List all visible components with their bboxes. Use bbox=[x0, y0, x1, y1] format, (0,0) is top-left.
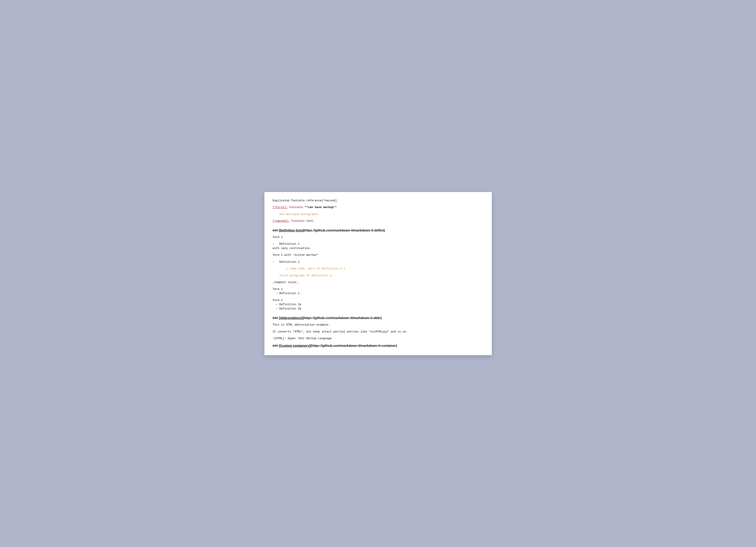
footnote-first-markup: **can have markup** bbox=[305, 206, 337, 209]
deflist-code: { some code, part of Definition 2 } bbox=[273, 266, 484, 271]
deflist-para3: Third paragraph of definition 2. bbox=[273, 274, 484, 278]
heading-container-link[interactable]: Custom containers bbox=[280, 344, 309, 348]
footnote-first-label: [^first]: bbox=[273, 206, 288, 209]
heading-abbr-link[interactable]: Abbreviations bbox=[280, 316, 302, 320]
heading-abbr: ### [Abbreviations](https://github.com/m… bbox=[273, 316, 484, 320]
footnote-first-keyword: Footnote bbox=[288, 206, 305, 209]
heading-deflist: ### [Definition lists](https://github.co… bbox=[273, 228, 484, 232]
abbr-line2: It converts "HTML", but keep intact part… bbox=[273, 330, 484, 334]
deflist-term2-inline: *inline markup* bbox=[293, 253, 318, 256]
footnote-second-def: [^second]: Footnote text. bbox=[273, 219, 484, 223]
heading-container: ### [Custom containers](https://github.c… bbox=[273, 343, 484, 348]
deflist-compact-label: _Compact style:_ bbox=[273, 280, 484, 285]
deflist-term2: Term 2 with *inline markup* bbox=[273, 253, 484, 257]
footnote-second-label: [^second]: bbox=[273, 219, 290, 222]
deflist-compact-def1: ~ Definition 1 bbox=[273, 291, 484, 296]
heading-deflist-link[interactable]: Definition lists bbox=[280, 228, 302, 232]
deflist-compact-def2a: ~ Definition 2a bbox=[273, 302, 484, 307]
deflist-def2: : Definition 2 bbox=[273, 260, 484, 264]
deflist-compact-term2: Term 2 bbox=[273, 298, 484, 303]
deflist-term1: Term 1 bbox=[273, 235, 484, 239]
deflist-compact-def2b: ~ Definition 2b bbox=[273, 307, 484, 311]
deflist-def1b: with lazy continuation. bbox=[273, 246, 484, 250]
document-page: Duplicated footnote reference[^second]. … bbox=[264, 192, 492, 355]
deflist-compact-term1: Term 1 bbox=[273, 287, 484, 292]
footnote-first-para2: and multiple paragraphs. bbox=[273, 212, 484, 216]
footnote-second-keyword: Footnote bbox=[290, 219, 305, 222]
footnote-dup-ref: Duplicated footnote reference[^second]. bbox=[273, 198, 484, 203]
abbr-line3: *[HTML]: Hyper Text Markup Language bbox=[273, 336, 484, 341]
footnote-first-def: [^first]: Footnote **can have markup** bbox=[273, 205, 484, 209]
abbr-line1: This is HTML abbreviation example. bbox=[273, 323, 484, 327]
footnote-second-rest: text. bbox=[305, 219, 315, 222]
deflist-def1a: : Definition 1 bbox=[273, 242, 484, 246]
